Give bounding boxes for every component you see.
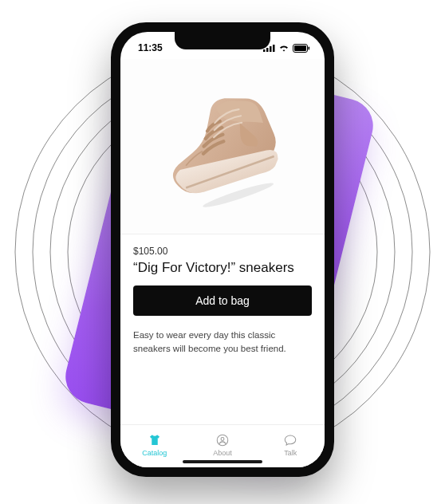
status-bar: 11:35 (120, 32, 325, 59)
phone-screen: 11:35 (120, 32, 325, 467)
tab-catalog[interactable]: Catalog (120, 433, 188, 457)
home-indicator (183, 460, 262, 463)
product-info: $105.00 “Dig For Victory!” sneakers Add … (120, 234, 325, 361)
status-time: 11:35 (138, 42, 163, 53)
sneaker-image (140, 69, 305, 224)
tab-about[interactable]: About (188, 433, 256, 457)
svg-rect-6 (270, 46, 272, 52)
svg-rect-4 (263, 49, 266, 52)
user-icon (215, 433, 230, 447)
tab-label: About (213, 449, 232, 457)
add-to-bag-button[interactable]: Add to bag (133, 285, 312, 316)
tab-label: Talk (284, 449, 297, 457)
chat-icon (283, 433, 297, 447)
product-description: Easy to wear every day this classic snea… (133, 329, 312, 355)
product-price: $105.00 (133, 246, 312, 257)
svg-rect-7 (273, 45, 275, 52)
phone-frame: 11:35 (111, 22, 334, 477)
svg-rect-5 (266, 48, 269, 52)
tab-talk[interactable]: Talk (257, 433, 325, 457)
product-title: “Dig For Victory!” sneakers (133, 260, 312, 276)
svg-rect-10 (309, 46, 310, 49)
signal-icon (263, 44, 275, 52)
svg-point-13 (221, 437, 224, 440)
tab-label: Catalog (142, 449, 167, 457)
battery-icon (293, 44, 310, 53)
svg-rect-9 (294, 45, 306, 51)
product-image-area (120, 59, 325, 234)
wifi-icon (278, 44, 289, 52)
shirt-icon (148, 433, 162, 447)
